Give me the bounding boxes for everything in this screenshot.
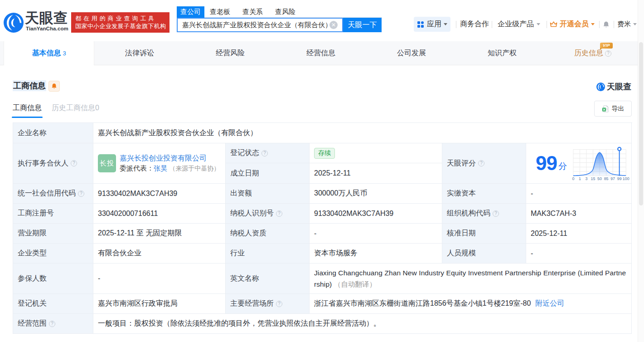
menu-divider [456, 21, 456, 28]
nearby-companies-link[interactable]: 附近公司 [535, 299, 564, 308]
reg-number-label: 工商注册号 [13, 204, 93, 224]
search-input[interactable]: 嘉兴长创战新产业股权投资合伙企业（有限合伙） [177, 18, 343, 32]
notification-bell-icon[interactable] [603, 21, 610, 28]
subtab-business-info[interactable]: 工商信息 [13, 103, 42, 118]
tab-basic-info[interactable]: 基本信息 3 [4, 41, 94, 65]
tianyan-score-cell[interactable]: 99 分 0131550859799100 [526, 143, 632, 184]
slogan-line2: 国家中小企业发展子基金旗下机构 [75, 22, 166, 30]
chevron-down-icon [591, 23, 595, 25]
brand-domain: TianYanCha.com [26, 26, 68, 31]
managing-partner-label: 执行事务合伙人? [13, 143, 93, 184]
staff-size-value: - [526, 244, 632, 264]
deputy-label: 委派代表： [120, 164, 154, 172]
registration-status-label: 登记状态? [226, 143, 310, 163]
subscribe-bell-button[interactable] [48, 81, 60, 92]
question-mark-icon[interactable]: ? [493, 210, 499, 217]
search-tab-boss[interactable]: 查老板 [209, 6, 231, 18]
section-tabs: 工商信息 历史工商信息0 [13, 103, 109, 118]
search-tab-company[interactable]: 查公司 [177, 6, 204, 18]
reg-authority-value: 嘉兴市南湖区行政审批局 [93, 294, 226, 314]
export-button-label: 导出 [612, 105, 625, 113]
question-mark-icon[interactable]: ? [71, 160, 77, 166]
user-menu[interactable]: 费米 [617, 20, 637, 29]
watermark-logo: 天眼查 [596, 81, 631, 92]
address-value: 浙江省嘉兴市南湖区东栅街道南江路1856号基金小镇1号楼219室-80 附近公司 [310, 294, 632, 314]
apps-menu-label: 应用 [427, 20, 441, 29]
search-button[interactable]: 天眼一下 [343, 18, 382, 32]
taxpayer-quality-label: 纳税人资质 [226, 224, 310, 244]
business-term-value: 2025-12-11 至 无固定期限 [93, 224, 226, 244]
watermark-text: 天眼查 [607, 81, 631, 92]
question-mark-icon[interactable]: ? [49, 321, 55, 327]
question-mark-icon[interactable]: ? [478, 160, 484, 166]
search-tab-risk[interactable]: 查风险 [275, 6, 296, 18]
capital-value: 300000万人民币 [310, 184, 442, 204]
english-name-label: 英文名称 [226, 264, 310, 294]
section-title: 工商信息 [13, 80, 46, 91]
deputy-person-link[interactable]: 张昊 [154, 164, 167, 172]
business-coop-menu[interactable]: 商务合作 [460, 20, 489, 29]
question-mark-icon[interactable]: ? [78, 191, 84, 197]
subtab-business-info-label: 工商信息 [13, 104, 42, 112]
apps-menu[interactable]: 应用 [414, 17, 450, 32]
scrollbar-track[interactable] [638, 0, 644, 342]
chevron-down-icon [633, 23, 637, 25]
vip-menu[interactable]: 开通会员 [550, 20, 595, 29]
clear-search-icon[interactable]: ✕ [329, 21, 338, 29]
tianyancha-logo-icon[interactable] [4, 13, 24, 33]
registration-status-value: 存续 [310, 143, 442, 163]
enterprise-product-menu[interactable]: 企业级产品 [498, 20, 540, 29]
establish-date-label: 成立日期 [226, 163, 310, 184]
svg-text:50: 50 [597, 176, 602, 181]
tab-history-info[interactable]: 历史信息 ? VIP [547, 41, 638, 65]
reg-number-value: 330402000716611 [93, 204, 226, 224]
auto-translate-note: （自动翻译） [334, 280, 377, 288]
search-tab-relation[interactable]: 查关系 [242, 6, 263, 18]
tab-operation-info[interactable]: 经营信息 [276, 41, 366, 65]
taxpayer-id-label: 纳税人识别号? [226, 204, 310, 224]
address-label: 主要经营场所? [226, 294, 310, 314]
tab-company-development[interactable]: 公司发展 [366, 41, 457, 65]
scrollbar-thumb[interactable] [639, 42, 643, 205]
tab-legal[interactable]: 法律诉讼 [94, 41, 185, 65]
enterprise-product-label: 企业级产品 [498, 20, 534, 29]
question-mark-icon[interactable]: ? [261, 150, 268, 156]
question-mark-icon[interactable]: ? [276, 210, 282, 217]
menu-divider [547, 21, 547, 28]
vip-badge: VIP [600, 43, 613, 49]
svg-text:15: 15 [591, 176, 596, 181]
score-unit: 分 [558, 161, 567, 172]
menu-divider [614, 21, 614, 28]
export-button[interactable]: 导出 [594, 101, 632, 117]
managing-partner-cell: 长投 嘉兴长投创业投资有限公司 委派代表：张昊 （来源于中基协） [93, 143, 226, 184]
score-distribution-chart: 0131550859799100 [571, 146, 630, 181]
subtab-history-business-info[interactable]: 历史工商信息0 [52, 103, 99, 118]
capital-label: 出资额 [226, 184, 310, 204]
question-mark-icon[interactable]: ? [276, 301, 282, 307]
menu-divider [492, 21, 492, 28]
bell-icon [51, 83, 57, 89]
brand-name[interactable]: 天眼查 [25, 11, 68, 25]
partner-avatar[interactable]: 长投 [98, 154, 116, 172]
paid-capital-value: - [526, 184, 632, 204]
tab-basic-info-count: 3 [63, 50, 66, 57]
tab-history-info-label: 历史信息 [574, 49, 603, 58]
tianyancha-logo-icon [596, 83, 605, 91]
question-mark-icon: ? [605, 50, 611, 57]
search-query-text: 嘉兴长创战新产业股权投资合伙企业（有限合伙） [182, 21, 332, 29]
tab-operation-risk[interactable]: 经营风险 [185, 41, 276, 65]
user-name: 费米 [617, 20, 631, 29]
crown-icon [550, 21, 557, 28]
credit-code-value: 91330402MAK3C7AH39 [93, 184, 226, 204]
company-nav-bar: 基本信息 3 法律诉讼 经营风险 经营信息 公司发展 知识产权 历史信息 ? V… [0, 41, 644, 65]
tab-intellectual-property[interactable]: 知识产权 [457, 41, 547, 65]
top-header: 天眼查 TianYanCha.com 都在用的商业查询工具 国家中小企业发展子基… [0, 0, 644, 41]
chevron-down-icon [444, 23, 447, 25]
partner-company-link[interactable]: 嘉兴长投创业投资有限公司 [120, 154, 207, 162]
org-code-label: 组织机构代码? [442, 204, 526, 224]
insured-value: - [93, 264, 226, 294]
header-menu: 应用 商务合作 企业级产品 开通会员 费米 [414, 17, 637, 32]
company-name-label: 企业名称 [13, 123, 93, 143]
svg-text:97: 97 [610, 176, 615, 181]
approval-date-value: 2025-12-11 [526, 224, 632, 244]
